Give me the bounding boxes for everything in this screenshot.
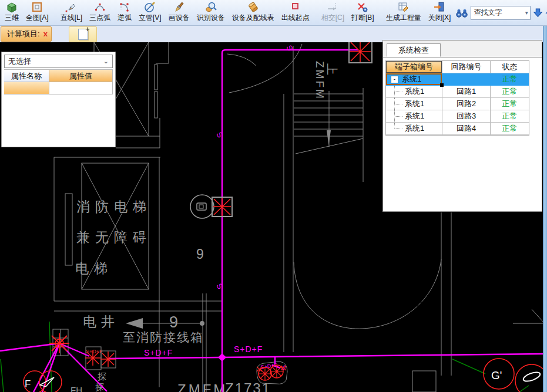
check-row[interactable]: 系统1 回路2 正常 [386, 98, 529, 110]
system-check-panel: 系统检查 端子箱编号 回路编号 状态 - 系统1 正常 系统1 回路1 正常 系… [382, 40, 542, 212]
find-button[interactable] [455, 6, 469, 20]
tool-break[interactable]: 打断[B] [348, 1, 377, 25]
line-icon [65, 1, 77, 13]
status-cell: 正常 [491, 123, 529, 135]
circuit-cell[interactable] [442, 73, 491, 86]
svg-text:ZMFM: ZMFM [177, 381, 227, 392]
find-next-button[interactable] [532, 6, 543, 20]
tool-riser[interactable]: 立管[V] [136, 1, 165, 25]
svg-text:9: 9 [169, 313, 178, 331]
tool-device-wiring-table[interactable]: 设备及配线表 [229, 1, 277, 25]
status-cell: 正常 [491, 86, 529, 98]
find-prev-button[interactable] [545, 6, 547, 20]
dropdown-chevron-icon[interactable]: ⌄ [103, 58, 109, 65]
three-point-arc-icon [94, 1, 106, 13]
tool-intersect[interactable]: 相交[C] [318, 1, 347, 25]
wire-labels: S+D+F S+D+F S S S S S+D+F [144, 43, 295, 371]
circuit-cell[interactable]: 回路4 [442, 123, 491, 135]
selection-dropdown[interactable]: 无选择 ⌄ [4, 55, 113, 68]
speaker-symbol[interactable] [190, 195, 214, 218]
tool-three-point-arc[interactable]: 三点弧 [86, 1, 113, 25]
tab-close-button[interactable]: x [43, 31, 48, 38]
device-top-right [349, 42, 372, 63]
tree-line [394, 86, 395, 97]
tree-line [394, 110, 395, 122]
tool-line[interactable]: 直线[L] [58, 1, 85, 25]
check-row-parent[interactable]: - 系统1 正常 [386, 73, 529, 86]
properties-header-row: 属性名称 属性值 [4, 70, 113, 82]
combo-chevron-icon[interactable]: ▾ [523, 7, 530, 19]
circuit-cell[interactable]: 回路1 [442, 86, 491, 98]
check-row[interactable]: 系统1 回路4 正常 [386, 123, 529, 135]
tree-leaf-system1[interactable]: 系统1 [386, 98, 442, 110]
check-row[interactable]: 系统1 回路1 正常 [386, 86, 529, 98]
svg-text:消防电梯: 消防电梯 [76, 199, 152, 214]
tab-calc-items[interactable]: 计算项目: x [1, 26, 52, 42]
main-toolbar: 三维 全图[A] 直线[L] 三点弧 逆弧 立管[V] 画设备 识别设备 设备及… [0, 0, 547, 26]
intersect-icon [327, 1, 338, 13]
device-mid [212, 197, 232, 217]
tool-draw-device[interactable]: 画设备 [166, 1, 193, 25]
system-check-tabstrip: 系统检查 [383, 40, 542, 58]
tool-fullview[interactable]: 全图[A] [23, 1, 52, 25]
tree-expander-icon[interactable]: - [391, 76, 398, 83]
binoculars-icon [455, 6, 468, 19]
direction-arrow [126, 318, 143, 329]
check-row[interactable]: 系统1 回路3 正常 [386, 110, 529, 123]
prop-name-cell[interactable] [4, 82, 49, 94]
properties-table: 属性名称 属性值 [4, 69, 113, 94]
down-arrow-icon [533, 6, 543, 19]
properties-empty-row[interactable] [4, 82, 113, 94]
tab-system-check[interactable]: 系统检查 [387, 43, 441, 57]
col-status[interactable]: 状态 [491, 61, 529, 73]
svg-text:S+D+F: S+D+F [144, 348, 173, 357]
window-right-border [543, 26, 547, 392]
tree-line [394, 123, 395, 129]
find-text-input[interactable] [471, 9, 523, 17]
break-icon [357, 1, 368, 13]
svg-text:Z1731: Z1731 [225, 380, 271, 392]
status-cell: 正常 [491, 98, 529, 110]
tree-leaf-system1[interactable]: 系统1 [386, 86, 442, 98]
draw-device-icon [173, 1, 185, 13]
tool-identify-device[interactable]: 识别设备 [194, 1, 228, 25]
svg-text:G': G' [491, 369, 502, 381]
device-hub [49, 333, 69, 353]
svg-text:电梯: 电梯 [75, 261, 113, 276]
tree-node-system1[interactable]: - 系统1 [386, 73, 442, 86]
col-terminal-box[interactable]: 端子箱编号 [386, 61, 442, 73]
prop-value-header[interactable]: 属性值 [49, 70, 113, 82]
tool-reverse-arc[interactable]: 逆弧 [115, 1, 135, 25]
prop-value-cell[interactable] [49, 82, 113, 94]
system-check-table: 端子箱编号 回路编号 状态 - 系统1 正常 系统1 回路1 正常 系统1 回路… [385, 60, 529, 136]
tool-outlet-start[interactable]: 出线起点 [278, 1, 313, 25]
wire-junction [218, 353, 226, 361]
tree-leaf-system1[interactable]: 系统1 [386, 123, 442, 135]
note-plus-icon [78, 29, 88, 40]
identify-device-icon [205, 1, 217, 13]
svg-text:探: 探 [98, 371, 106, 381]
find-text-combo[interactable]: ▾ [471, 6, 531, 20]
circuit-cell[interactable]: 回路3 [442, 110, 491, 123]
svg-text:S: S [214, 282, 224, 290]
tool-generate-quantity[interactable]: 生成工程量 [383, 1, 424, 25]
svg-text:ZMFM: ZMFM [314, 61, 326, 100]
cad-app-window: { "toolbar": { "buttons": [ {"label": "三… [0, 0, 547, 392]
prop-name-header[interactable]: 属性名称 [4, 70, 49, 82]
check-header-row: 端子箱编号 回路编号 状态 [386, 61, 529, 73]
selection-dropdown-value: 无选择 [8, 56, 31, 67]
svg-text:F: F [25, 379, 31, 390]
new-note-button[interactable] [69, 26, 97, 42]
circuit-cell[interactable]: 回路2 [442, 98, 491, 110]
svg-text:电井: 电井 [83, 314, 119, 329]
reverse-arc-icon [119, 1, 130, 13]
tool-3d[interactable]: 三维 [2, 1, 22, 25]
close-icon [434, 1, 445, 13]
col-circuit[interactable]: 回路编号 [442, 61, 491, 73]
svg-text:至消防接线箱: 至消防接线箱 [123, 330, 204, 344]
fullview-icon [31, 1, 43, 13]
status-cell: 正常 [491, 110, 529, 123]
tree-leaf-system1[interactable]: 系统1 [386, 110, 442, 123]
svg-text:兼无障碍: 兼无障碍 [76, 229, 152, 245]
tool-close[interactable]: 关闭[X] [425, 1, 454, 25]
